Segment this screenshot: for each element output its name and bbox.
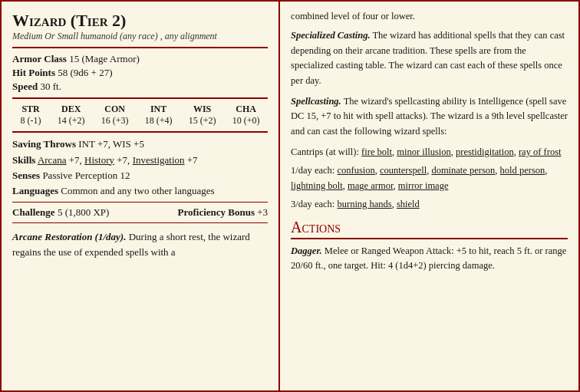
cha-value: 10 (+0) [232,115,260,127]
specialized-casting-title: Specialized Casting. [291,30,370,41]
challenge-label: Challenge [12,206,55,218]
languages-line: Languages Common and any two other langu… [12,184,268,198]
speed-line: Speed 30 ft. [12,81,268,93]
senses-label: Senses [12,170,40,181]
cha-label: CHA [236,104,256,115]
str-value: 8 (-1) [21,115,41,127]
challenge-divider [12,202,268,203]
speed-label: Speed [12,81,38,92]
challenge-value: 5 (1,800 XP) [58,206,110,218]
arcane-top-divider [12,222,268,223]
hit-points-label: Hit Points [12,67,55,78]
languages-value: Common and any two other languages [61,185,214,196]
ability-int: INT 18 (+4) [145,104,173,127]
saving-throws-label: Saving Throws [12,138,76,150]
con-label: CON [104,104,125,115]
ability-con: CON 16 (+3) [101,104,129,127]
specialized-casting-para: Specialized Casting. The wizard has addi… [291,28,568,88]
dex-label: DEX [61,104,81,115]
senses-line: Senses Passive Perception 12 [12,169,268,183]
top-divider [12,47,268,48]
hit-points-value: 58 (9d6 + 27) [58,67,112,78]
cantrips-label: Cantrips (at will): [291,147,359,157]
wis-label: WIS [193,104,211,115]
dex-value: 14 (+2) [58,115,85,127]
ability-wis: WIS 15 (+2) [189,104,216,127]
int-value: 18 (+4) [145,115,173,127]
three-day-line: 3/day each: burning hands, shield [291,197,568,212]
one-day-label: 1/day each: [291,165,334,176]
ability-dex: DEX 14 (+2) [58,104,85,127]
creature-title: Wizard (Tier 2) [12,11,268,31]
creature-subtitle: Medium Or Small humanoid (any race) , an… [12,31,268,42]
hit-points-line: Hit Points 58 (9d6 + 27) [12,67,268,79]
saving-throws-value: INT +7, WIS +5 [78,138,144,150]
challenge-row: Challenge 5 (1,800 XP) Proficiency Bonus… [12,206,268,219]
dagger-title: Dagger. [291,245,322,256]
wis-value: 15 (+2) [189,115,216,127]
proficiency-right: Proficiency Bonus +3 [177,206,268,219]
arcane-title: Arcane Restoration (1/day). [12,231,126,242]
one-day-line: 1/day each: confusion, counterspell, dom… [291,163,568,193]
cantrips-line: Cantrips (at will): fire bolt, minor ill… [291,145,568,160]
ability-bottom-divider [12,131,268,133]
traits-section: Saving Throws INT +7, WIS +5 Skills Arca… [12,137,268,198]
left-panel: Wizard (Tier 2) Medium Or Small humanoid… [2,2,280,390]
ability-str: STR 8 (-1) [21,104,41,127]
saving-throws-line: Saving Throws INT +7, WIS +5 [12,137,268,151]
skills-line: Skills Arcana +7, History +7, Investigat… [12,153,268,167]
skills-label: Skills [12,154,35,166]
arcane-section: Arcane Restoration (1/day). During a sho… [12,229,268,259]
proficiency-label: Proficiency Bonus [177,206,255,218]
ability-cha: CHA 10 (+0) [232,104,260,127]
three-day-label: 3/day each: [291,199,334,209]
actions-title: Actions [291,219,568,239]
cantrips-spells: fire bolt, minor illusion, prestidigitat… [361,147,561,157]
int-label: INT [150,104,166,115]
armor-class-label: Armor Class [12,53,67,64]
armor-class-line: Armor Class 15 (Mage Armor) [12,53,268,65]
challenge-left: Challenge 5 (1,800 XP) [12,206,109,219]
senses-value: Passive Perception 12 [42,170,130,181]
spellcasting-title: Spellcasting. [291,96,341,107]
str-label: STR [21,104,39,115]
dagger-text: Melee or Ranged Weapon Attack: +5 to hit… [291,245,566,271]
intro-text: combined level of four or lower. [291,9,568,24]
dagger-section: Dagger. Melee or Ranged Weapon Attack: +… [291,244,568,274]
ability-top-divider [12,97,268,99]
speed-value: 30 ft. [40,81,61,92]
spellcasting-para: Spellcasting. The wizard's spellcasting … [291,94,568,139]
skills-value: Arcana +7, History +7, Investigation +7 [38,154,198,166]
right-panel: combined level of four or lower. Special… [280,2,578,390]
ability-scores: STR 8 (-1) DEX 14 (+2) CON 16 (+3) INT 1… [12,104,268,127]
armor-class-val: 15 (Mage Armor) [69,53,140,64]
three-day-spells: burning hands, shield [337,199,419,209]
proficiency-value: +3 [257,206,268,218]
languages-label: Languages [12,185,58,196]
con-value: 16 (+3) [101,115,129,127]
